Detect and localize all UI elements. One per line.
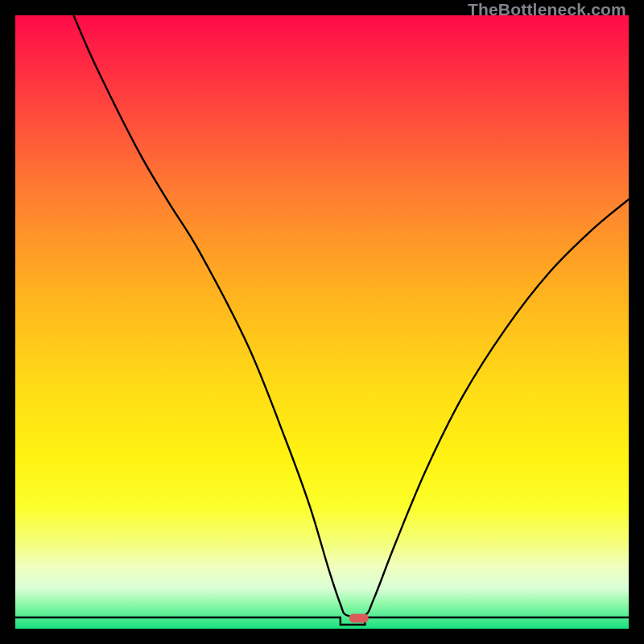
gradient-background [15, 15, 629, 629]
watermark-text: TheBottleneck.com [468, 0, 626, 19]
chart-frame [15, 15, 629, 629]
optimal-marker [349, 614, 369, 623]
bottleneck-chart [15, 15, 629, 629]
